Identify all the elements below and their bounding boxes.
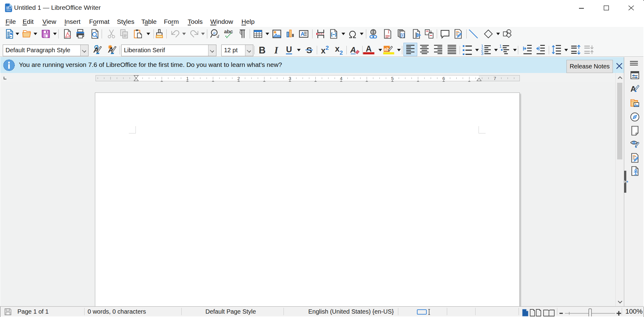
svg-text:[i]: [i] <box>400 32 405 38</box>
svg-text:U: U <box>286 45 292 54</box>
svg-text:1: 1 <box>186 76 189 81</box>
svg-text:1: 1 <box>499 45 502 49</box>
svg-text:a: a <box>213 30 215 35</box>
svg-text:4: 4 <box>340 76 342 81</box>
svg-text:d: d <box>217 34 219 39</box>
svg-text:3: 3 <box>289 76 291 81</box>
svg-text:2: 2 <box>326 45 329 51</box>
svg-text:5: 5 <box>391 76 394 81</box>
svg-text:6: 6 <box>442 76 445 81</box>
svg-text:x: x <box>335 45 339 53</box>
svg-text:2: 2 <box>340 49 343 55</box>
svg-text:A: A <box>350 45 356 54</box>
svg-text:x: x <box>321 46 325 55</box>
svg-text:2: 2 <box>237 76 240 81</box>
svg-text:1: 1 <box>387 29 390 34</box>
svg-text:A: A <box>366 45 372 53</box>
svg-text:7: 7 <box>494 76 496 81</box>
svg-text:abc: abc <box>224 29 233 35</box>
svg-text:I: I <box>274 45 278 55</box>
svg-text:3: 3 <box>481 51 483 55</box>
svg-text:B: B <box>259 45 266 55</box>
svg-text:A: A <box>301 31 304 37</box>
